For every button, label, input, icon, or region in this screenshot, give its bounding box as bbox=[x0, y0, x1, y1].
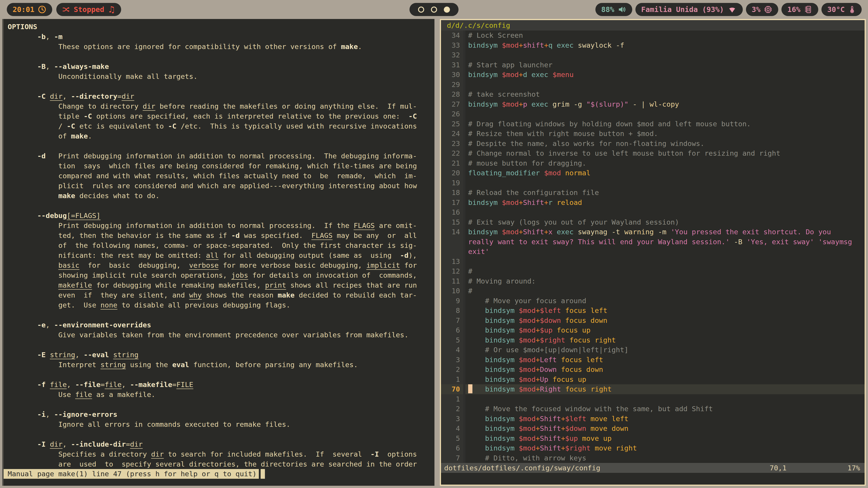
line-number: 16 bbox=[441, 207, 465, 217]
editor-line[interactable]: 25# Drag floating windows by holding dow… bbox=[441, 119, 865, 129]
editor-line[interactable]: 2 # Move the focused window with the sam… bbox=[441, 404, 865, 414]
code-text: # Change normal to inverse to use left m… bbox=[465, 149, 865, 158]
pager-line: Interpret string using the eval function… bbox=[8, 360, 434, 369]
editor-line[interactable]: 18# Reload the configuration file bbox=[441, 188, 865, 198]
terminal-man-page-window[interactable]: OPTIONS -b, -m These options are ignored… bbox=[2, 19, 434, 486]
line-number: 22 bbox=[441, 149, 465, 158]
line-number: 7 bbox=[441, 316, 465, 326]
pager-line: make decides what to do. bbox=[8, 191, 434, 201]
editor-line[interactable]: 4 # Or use $mod+[up|down|left|right] bbox=[441, 345, 865, 355]
editor-line[interactable]: 26 bbox=[441, 109, 865, 119]
editor-buffer[interactable]: 34# Lock Screen33bindsym $mod+shift+q ex… bbox=[441, 31, 865, 463]
editor-line[interactable]: 15# Exit sway (logs you out of your Wayl… bbox=[441, 217, 865, 227]
editor-line[interactable]: 9 # Move your focus around bbox=[441, 296, 865, 306]
editor-line[interactable]: 7 bindsym $mod+$down focus down bbox=[441, 316, 865, 326]
editor-line[interactable]: 27bindsym $mod+p exec grim -g "$(slurp)"… bbox=[441, 99, 865, 109]
editor-line[interactable]: 19 bbox=[441, 178, 865, 188]
editor-line[interactable]: 31# Start app launcher bbox=[441, 60, 865, 70]
media-status: Stopped bbox=[74, 5, 104, 14]
pager-line: of the following names, comma- or space-… bbox=[8, 240, 434, 250]
line-number: 1 bbox=[441, 375, 465, 385]
line-number: 6 bbox=[441, 443, 465, 453]
cpu-module[interactable]: 3% bbox=[746, 3, 778, 16]
pager-line: plicit rules are considered and which ar… bbox=[8, 181, 434, 191]
line-number: 9 bbox=[441, 296, 465, 306]
code-text: bindsym $mod+p exec grim -g "$(slurp)" -… bbox=[465, 99, 865, 109]
editor-line[interactable]: 12# bbox=[441, 266, 865, 276]
code-text: bindsym $mod+Down focus down bbox=[465, 365, 865, 375]
editor-line[interactable]: 24# Resize them with right mouse button … bbox=[441, 129, 865, 139]
workspace-dot-active[interactable] bbox=[444, 6, 450, 13]
network-module[interactable]: Familia Unida (93%) bbox=[636, 3, 743, 16]
editor-line[interactable]: 5 bindsym $mod+$right focus right bbox=[441, 335, 865, 345]
code-text: bindsym $mod+$left focus left bbox=[465, 306, 865, 316]
pager-line: tion says which files are being consider… bbox=[8, 161, 434, 171]
editor-line[interactable]: 17bindsym $mod+Shift+r reload bbox=[441, 198, 865, 207]
wifi-icon bbox=[727, 5, 737, 14]
line-number: 4 bbox=[441, 345, 465, 355]
clock-module[interactable]: 20:01 bbox=[7, 3, 52, 16]
editor-line[interactable]: 28# take screenshot bbox=[441, 90, 865, 99]
editor-line[interactable]: 2 bindsym $mod+Down focus down bbox=[441, 365, 865, 375]
line-number: 5 bbox=[441, 335, 465, 345]
workspace-dot-1[interactable] bbox=[418, 6, 424, 13]
editor-line[interactable]: 7 # Ditto, with arrow keys bbox=[441, 453, 865, 463]
editor-current-line[interactable]: 70 bindsym $mod+Right focus right bbox=[441, 384, 865, 394]
editor-line[interactable]: 6 bindsym $mod+$up focus up bbox=[441, 325, 865, 335]
pager-line: / -C etc is equivalent to -C /etc. This … bbox=[8, 121, 434, 131]
workspace-dot-2[interactable] bbox=[431, 6, 437, 13]
editor-line[interactable]: 22# Change normal to inverse to use left… bbox=[441, 149, 865, 158]
line-number: 18 bbox=[441, 188, 465, 198]
editor-line[interactable]: 14bindsym $mod+Shift+x exec swaynag -t w… bbox=[441, 227, 865, 237]
code-text: # Or use $mod+[up|down|left|right] bbox=[465, 345, 865, 355]
bar-left-modules: 20:01 Stopped ♫ bbox=[7, 3, 121, 16]
media-module[interactable]: Stopped ♫ bbox=[56, 3, 121, 16]
bar-right-modules: 88% Familia Unida (93%) 3% bbox=[595, 3, 862, 16]
code-text bbox=[465, 207, 865, 217]
vim-command-line bbox=[441, 473, 865, 485]
editor-line[interactable]: exit' bbox=[441, 247, 865, 257]
editor-line[interactable]: 10# bbox=[441, 286, 865, 296]
editor-line[interactable]: really want to exit sway? This will end … bbox=[441, 237, 865, 247]
editor-line[interactable]: 32 bbox=[441, 50, 865, 60]
editor-line[interactable]: 34# Lock Screen bbox=[441, 31, 865, 40]
workspace-switcher bbox=[410, 3, 459, 16]
editor-line[interactable]: 23# Despite the name, also works for non… bbox=[441, 139, 865, 149]
editor-line[interactable]: 33bindsym $mod+shift+q exec swaylock -f bbox=[441, 40, 865, 51]
editor-line[interactable]: 11# Moving around: bbox=[441, 276, 865, 286]
editor-line[interactable]: 30bindsym $mod+d exec $menu bbox=[441, 70, 865, 80]
memory-value: 16% bbox=[787, 5, 800, 14]
editor-line[interactable]: 1 bindsym $mod+Up focus up bbox=[441, 375, 865, 385]
line-number: 31 bbox=[441, 60, 465, 70]
editor-line[interactable]: 21# mouse button for dragging. bbox=[441, 158, 865, 168]
code-text: # mouse button for dragging. bbox=[465, 158, 865, 168]
editor-line[interactable]: 20floating_modifier $mod normal bbox=[441, 168, 865, 178]
pager-line: -B, --always-make bbox=[8, 61, 434, 71]
vim-editor-window[interactable]: d/d/.c/s/config 34# Lock Screen33bindsym… bbox=[440, 19, 866, 486]
code-text: # Drag floating windows by holding down … bbox=[465, 119, 865, 129]
memory-module[interactable]: 16% bbox=[781, 3, 818, 16]
editor-line[interactable]: 29 bbox=[441, 80, 865, 90]
pager-status-row: Manual page make(1) line 47 (press h for… bbox=[8, 469, 434, 479]
editor-line[interactable]: 4 bindsym $mod+Shift+$down move down bbox=[441, 424, 865, 433]
editor-line[interactable]: 8 bindsym $mod+$left focus left bbox=[441, 306, 865, 316]
line-number: 3 bbox=[441, 414, 465, 424]
line-number: 70 bbox=[441, 384, 465, 394]
editor-line[interactable]: 16 bbox=[441, 207, 865, 217]
pager-line bbox=[8, 81, 434, 91]
code-text: bindsym $mod+$down focus down bbox=[465, 316, 865, 326]
editor-line[interactable]: 3 bindsym $mod+Shift+$left move left bbox=[441, 414, 865, 424]
pager-line: -I dir, --include-dir=dir bbox=[8, 439, 434, 449]
pager-line: Change to directory dir before reading t… bbox=[8, 101, 434, 111]
pager-line: Use file as a makefile. bbox=[8, 390, 434, 399]
editor-line[interactable]: 3 bindsym $mod+Left focus left bbox=[441, 355, 865, 365]
volume-module[interactable]: 88% bbox=[595, 3, 632, 16]
pager-line: makefile for debugging while remaking ma… bbox=[8, 280, 434, 290]
editor-line[interactable]: 1 bbox=[441, 394, 865, 404]
temperature-module[interactable]: 30°C bbox=[822, 3, 862, 16]
pager-line: OPTIONS bbox=[8, 22, 434, 32]
editor-line[interactable]: 13 bbox=[441, 257, 865, 267]
editor-line[interactable]: 6 bindsym $mod+Shift+$right move right bbox=[441, 443, 865, 453]
ram-icon bbox=[804, 5, 812, 14]
editor-line[interactable]: 5 bindsym $mod+Shift+$up move up bbox=[441, 433, 865, 444]
